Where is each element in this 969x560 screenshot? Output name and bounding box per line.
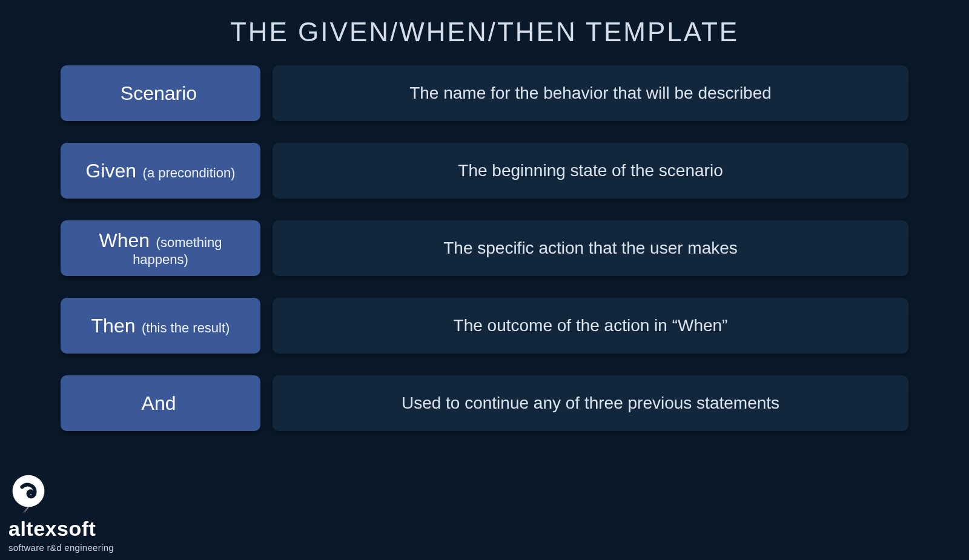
label-when: When (something happens) [61,220,260,276]
label-scenario: Scenario [61,65,260,121]
row-given: Given (a precondition) The beginning sta… [61,143,908,199]
label-sub: (a precondition) [143,165,236,180]
label-main: Scenario [121,82,197,104]
speech-bubble-icon [8,473,48,513]
label-given: Given (a precondition) [61,143,260,199]
row-scenario: Scenario The name for the behavior that … [61,65,908,121]
label-sub: (this the result) [142,320,230,335]
label-main: Then [91,315,136,337]
row-when: When (something happens) The specific ac… [61,220,908,276]
row-then: Then (this the result) The outcome of th… [61,298,908,354]
diagram-title: THE GIVEN/WHEN/THEN TEMPLATE [0,0,969,53]
label-main: And [142,392,176,414]
desc-given: The beginning state of the scenario [273,143,908,199]
label-and: And [61,375,260,431]
label-main: When [99,229,150,251]
brand-tagline: software r&d engineering [8,542,114,553]
row-and: And Used to continue any of three previo… [61,375,908,431]
desc-when: The specific action that the user makes [273,220,908,276]
label-then: Then (this the result) [61,298,260,354]
brand-logo: altexsoft software r&d engineering [8,473,114,553]
desc-then: The outcome of the action in “When” [273,298,908,354]
brand-name: altexsoft [8,518,114,539]
desc-and: Used to continue any of three previous s… [273,375,908,431]
label-main: Given [86,160,137,182]
desc-scenario: The name for the behavior that will be d… [273,65,908,121]
template-grid: Scenario The name for the behavior that … [0,53,969,431]
